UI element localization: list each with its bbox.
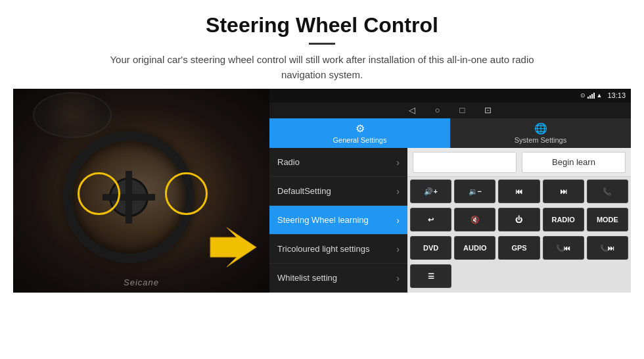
empty-input-box — [413, 152, 517, 173]
menu-tricoloured-chevron: › — [396, 244, 400, 254]
tab-general-label: General Settings — [333, 136, 387, 144]
location-icon: ⊙ — [580, 92, 586, 99]
title-divider — [309, 43, 335, 45]
power-button[interactable]: ⏻ — [498, 208, 540, 231]
nav-bar: ◁ ○ □ ⊡ — [269, 103, 631, 118]
page-title: Steering Wheel Control — [26, 13, 618, 37]
status-bar: ⊙ ▲ 13:13 — [269, 89, 631, 103]
dvd-button[interactable]: DVD — [410, 236, 451, 260]
signal-bars — [587, 92, 595, 99]
back-icon: ↩ — [428, 216, 434, 224]
highlight-right — [165, 172, 208, 215]
arrow-icon — [204, 224, 263, 270]
mode-label: MODE — [597, 216, 618, 224]
vol-down-button[interactable]: 🔉− — [454, 180, 495, 203]
car-image: Seicane — [13, 89, 269, 293]
signal-bar-4 — [593, 93, 595, 99]
menu-item-whitelist[interactable]: Whitelist setting › — [269, 264, 407, 293]
menu-item-radio[interactable]: Radio › — [269, 148, 407, 177]
begin-learn-button[interactable]: Begin learn — [522, 152, 626, 173]
phone-icon: 📞 — [603, 187, 612, 196]
car-image-bg: Seicane — [13, 89, 269, 293]
nav-home-icon[interactable]: ○ — [435, 105, 440, 115]
dvd-label: DVD — [423, 244, 438, 252]
prev-track-button[interactable]: ⏮ — [498, 180, 540, 203]
signal-bar-2 — [589, 95, 591, 99]
tab-system-settings[interactable]: 🌐 System Settings — [450, 118, 631, 148]
menu-whitelist-label: Whitelist setting — [277, 273, 337, 283]
arrow-container — [204, 224, 263, 273]
gps-button[interactable]: GPS — [498, 236, 540, 260]
gps-label: GPS — [511, 244, 526, 252]
begin-learn-row: Begin learn — [407, 148, 631, 177]
vol-up-button[interactable]: 🔊+ — [410, 180, 451, 203]
nav-back-icon[interactable]: ◁ — [409, 105, 415, 115]
next-track-icon: ⏭ — [560, 187, 567, 195]
nav-menu-icon[interactable]: ⊡ — [484, 105, 492, 115]
menu-item-steeringwheel[interactable]: Steering Wheel learning › — [269, 206, 407, 235]
power-icon: ⏻ — [515, 216, 522, 224]
menu-radio-label: Radio — [277, 157, 300, 167]
page-header: Steering Wheel Control Your original car… — [0, 0, 644, 89]
radio-button[interactable]: RADIO — [543, 208, 584, 231]
tel-next-icon: 📞⏭ — [600, 245, 614, 252]
watermark: Seicane — [124, 277, 159, 287]
menu-radio-chevron: › — [396, 157, 400, 168]
signal-bar-3 — [591, 94, 593, 99]
menu-whitelist-chevron: › — [396, 273, 400, 283]
vol-down-icon: 🔉− — [469, 187, 482, 196]
phone-button[interactable]: 📞 — [587, 180, 628, 203]
menu-defaultsetting-chevron: › — [396, 186, 400, 197]
general-settings-icon: ⚙ — [356, 122, 365, 135]
page-subtitle: Your original car's steering wheel contr… — [92, 53, 552, 82]
button-grid: 🔊+ 🔉− ⏮ ⏭ 📞 — [407, 177, 631, 293]
steering-wheel — [63, 132, 195, 263]
mode-button[interactable]: MODE — [587, 208, 628, 231]
nav-recent-icon[interactable]: □ — [460, 105, 465, 115]
menu-item-defaultsetting[interactable]: DefaultSetting › — [269, 177, 407, 206]
status-time: 13:13 — [607, 91, 626, 99]
menu-steeringwheel-label: Steering Wheel learning — [277, 215, 369, 225]
menu-steeringwheel-chevron: › — [396, 215, 400, 226]
tab-system-label: System Settings — [515, 136, 566, 144]
signal-bar-1 — [587, 97, 589, 99]
tab-general-settings[interactable]: ⚙ General Settings — [269, 118, 450, 148]
system-settings-icon: 🌐 — [534, 122, 547, 135]
right-panel: Begin learn 🔊+ 🔉− ⏮ — [407, 148, 631, 293]
audio-button[interactable]: AUDIO — [454, 236, 495, 260]
tel-next-button[interactable]: 📞⏭ — [587, 236, 628, 260]
vol-up-icon: 🔊+ — [424, 187, 437, 196]
tel-prev-button[interactable]: 📞⏮ — [543, 236, 584, 260]
tab-bar: ⚙ General Settings 🌐 System Settings — [269, 118, 631, 148]
android-panel: ⊙ ▲ 13:13 ◁ ○ □ ⊡ — [269, 89, 631, 293]
mute-icon: 🔇 — [471, 216, 480, 224]
tel-prev-icon: 📞⏮ — [556, 245, 570, 252]
list-button[interactable]: ☰ — [410, 264, 451, 288]
status-icons: ⊙ ▲ — [580, 92, 603, 99]
menu-defaultsetting-label: DefaultSetting — [277, 186, 331, 196]
back-button[interactable]: ↩ — [410, 208, 451, 231]
menu-tricoloured-label: Tricoloured light settings — [277, 244, 369, 254]
main-content: Radio › DefaultSetting › Steering Wheel … — [269, 148, 631, 293]
left-menu: Radio › DefaultSetting › Steering Wheel … — [269, 148, 407, 293]
list-icon: ☰ — [428, 272, 434, 281]
prev-track-icon: ⏮ — [515, 187, 522, 195]
menu-item-tricoloured[interactable]: Tricoloured light settings › — [269, 235, 407, 264]
content-area: Seicane ⊙ ▲ 13:13 — [0, 89, 644, 293]
audio-label: AUDIO — [463, 244, 486, 252]
mute-button[interactable]: 🔇 — [454, 208, 495, 231]
page-wrapper: Steering Wheel Control Your original car… — [0, 0, 644, 293]
sw-spoke-vertical — [126, 171, 132, 224]
highlight-left — [78, 172, 120, 215]
next-track-button[interactable]: ⏭ — [543, 180, 584, 203]
radio-label: RADIO — [551, 216, 574, 224]
wifi-icon: ▲ — [597, 92, 603, 99]
svg-marker-0 — [210, 227, 256, 267]
